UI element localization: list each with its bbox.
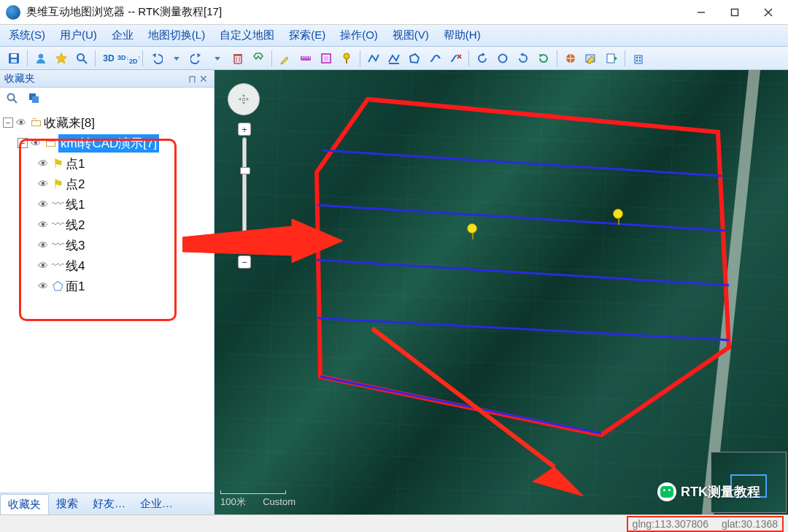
tab-search[interactable]: 搜索 xyxy=(49,494,85,514)
visibility-icon[interactable]: 👁 xyxy=(15,117,28,128)
view-3d2d-button[interactable]: 3D↓2D↑ xyxy=(120,49,139,68)
menu-enterprise[interactable]: 企业 xyxy=(107,26,138,45)
route-icon[interactable] xyxy=(385,49,403,68)
visibility-icon[interactable]: 👁 xyxy=(36,198,50,210)
visibility-icon[interactable]: 👁 xyxy=(36,178,50,190)
refresh-icon[interactable] xyxy=(534,49,553,68)
menu-operate[interactable]: 操作(O) xyxy=(336,26,382,45)
tree-item[interactable]: 👁〰线3 xyxy=(34,235,214,255)
circle-icon[interactable] xyxy=(493,49,512,68)
zoom-thumb[interactable] xyxy=(240,167,250,174)
collapse-icon[interactable]: − xyxy=(3,117,13,128)
favorite-icon[interactable] xyxy=(52,49,71,68)
save-icon[interactable] xyxy=(4,49,23,68)
svg-line-57 xyxy=(320,377,601,433)
svg-point-26 xyxy=(344,53,349,59)
menu-system[interactable]: 系统(S) xyxy=(4,26,50,45)
close-panel-icon[interactable]: ✕ xyxy=(198,73,209,85)
svg-rect-15 xyxy=(234,55,242,63)
svg-rect-6 xyxy=(11,59,17,63)
sidebar: 收藏夹 ⊓ ✕ − 👁 🗀 收藏来[8] − 👁 🗀 kml转CAD演示[7] … xyxy=(0,70,215,514)
redo-menu-icon[interactable] xyxy=(208,49,227,68)
menu-custom-map[interactable]: 自定义地图 xyxy=(215,26,279,45)
visibility-icon[interactable]: 👁 xyxy=(36,219,50,231)
tab-enterprise[interactable]: 企业… xyxy=(133,494,180,514)
area-icon[interactable] xyxy=(317,49,336,68)
folder-icon: 🗀 xyxy=(29,116,42,129)
pin-icon[interactable] xyxy=(337,49,356,68)
tree-item[interactable]: 👁〰线2 xyxy=(34,215,214,235)
menu-user[interactable]: 用户(U) xyxy=(55,26,101,45)
tree-item[interactable]: 👁⚑点2 xyxy=(34,174,214,194)
tree-item-label: 面1 xyxy=(66,278,85,295)
zoom-in-button[interactable]: + xyxy=(238,123,251,136)
svg-marker-12 xyxy=(174,57,179,61)
svg-rect-43 xyxy=(635,55,642,63)
svg-marker-42 xyxy=(614,56,617,61)
zoom-slider[interactable] xyxy=(242,137,247,254)
tree-root[interactable]: − 👁 🗀 收藏来[8] xyxy=(0,112,214,133)
pan-control[interactable] xyxy=(228,83,260,115)
ruler-icon[interactable] xyxy=(296,49,315,68)
menu-explore[interactable]: 探索(E) xyxy=(285,26,330,45)
undo-icon[interactable] xyxy=(147,49,166,68)
pin-panel-icon[interactable]: ⊓ xyxy=(186,73,198,85)
delete-icon[interactable] xyxy=(228,49,247,68)
menu-view[interactable]: 视图(V) xyxy=(388,26,433,45)
map-canvas[interactable]: + − 100米 Custom xyxy=(215,70,788,514)
close-button[interactable] xyxy=(752,1,785,23)
tree-folder-label: kml转CAD演示[7] xyxy=(58,134,159,153)
view-3d-button[interactable]: 3D xyxy=(99,49,118,68)
sidebar-cascade-icon[interactable] xyxy=(26,90,42,107)
visibility-icon[interactable]: 👁 xyxy=(29,137,42,149)
map-pin-1[interactable] xyxy=(467,223,479,239)
search-icon[interactable] xyxy=(72,49,91,68)
visibility-icon[interactable]: 👁 xyxy=(36,260,50,271)
undo-menu-icon[interactable] xyxy=(167,49,186,68)
clear-track-icon[interactable] xyxy=(446,49,465,68)
polygon-icon: ⬠ xyxy=(51,280,64,293)
arc-cw-icon[interactable] xyxy=(514,49,533,68)
user-icon[interactable] xyxy=(31,49,50,68)
favorites-tree[interactable]: − 👁 🗀 收藏来[8] − 👁 🗀 kml转CAD演示[7] 👁⚑点1👁⚑点2… xyxy=(0,109,214,493)
maximize-button[interactable] xyxy=(718,1,752,23)
window-title: 奥维互动地图浏览器 -- RTK测量教程[17] xyxy=(26,5,684,19)
svg-point-9 xyxy=(77,54,84,61)
svg-marker-8 xyxy=(56,53,67,63)
tab-friends[interactable]: 好友… xyxy=(85,494,133,514)
redo-icon[interactable] xyxy=(188,49,206,68)
tree-item[interactable]: 👁⚑点1 xyxy=(34,153,214,174)
visibility-icon[interactable]: 👁 xyxy=(36,158,50,169)
tree-item[interactable]: 👁〰线4 xyxy=(34,255,214,276)
path-icon[interactable] xyxy=(364,49,383,68)
tree-item[interactable]: 👁〰线1 xyxy=(34,194,214,215)
svg-rect-51 xyxy=(32,96,39,103)
zoom-out-button[interactable]: − xyxy=(238,255,251,269)
sidebar-toolbar xyxy=(0,88,214,109)
polygon-icon[interactable] xyxy=(405,49,424,68)
export-icon[interactable] xyxy=(602,49,621,68)
collapse-icon[interactable]: − xyxy=(18,138,28,148)
grid-icon[interactable] xyxy=(561,49,580,68)
tree-item[interactable]: 👁⬠面1 xyxy=(34,276,214,296)
sidebar-search-icon[interactable] xyxy=(4,90,20,107)
menu-map-switch[interactable]: 地图切换(L) xyxy=(144,26,209,45)
status-bar: glng:113.307806 glat:30.1368 xyxy=(0,514,788,532)
menu-help[interactable]: 帮助(H) xyxy=(439,26,485,45)
recycle-icon[interactable] xyxy=(249,49,268,68)
eyedropper-icon[interactable] xyxy=(276,49,295,68)
svg-line-54 xyxy=(318,205,725,231)
visibility-icon[interactable]: 👁 xyxy=(36,239,50,251)
map-source-label: Custom xyxy=(263,496,296,507)
tab-favorites[interactable]: 收藏夹 xyxy=(0,494,49,514)
edit-layer-icon[interactable] xyxy=(582,49,600,68)
tree-folder[interactable]: − 👁 🗀 kml转CAD演示[7] xyxy=(15,133,214,153)
map-pin-2[interactable] xyxy=(613,209,625,225)
building-icon[interactable] xyxy=(629,49,648,68)
minimize-button[interactable] xyxy=(684,1,718,23)
visibility-icon[interactable]: 👁 xyxy=(36,280,50,292)
track-icon[interactable] xyxy=(425,49,444,68)
arc-ccw-icon[interactable] xyxy=(473,49,492,68)
svg-point-34 xyxy=(499,54,507,62)
folder-icon: 🗀 xyxy=(44,136,57,150)
